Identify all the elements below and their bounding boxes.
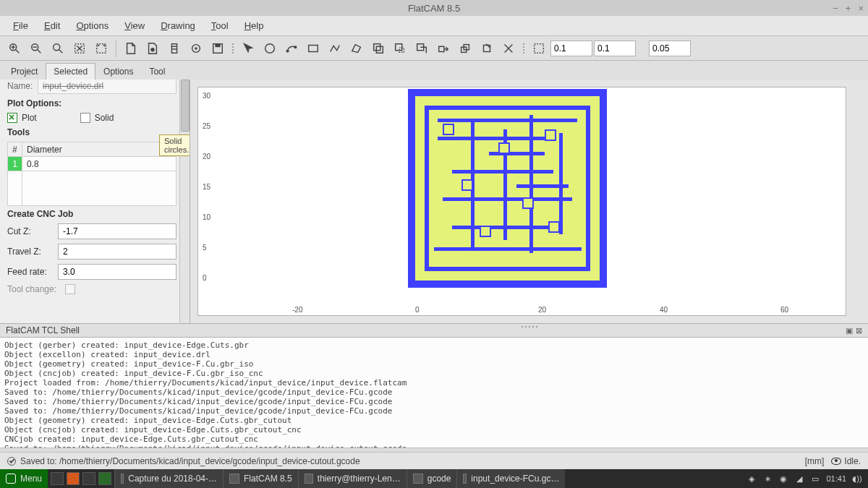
tab-project[interactable]: Project: [3, 63, 46, 80]
bluetooth-icon[interactable]: ∗: [762, 474, 773, 484]
plot-area[interactable]: 30 25 20 15 10 5 0 -20 0 20 40 60: [190, 80, 868, 323]
menu-help[interactable]: Help: [237, 17, 271, 34]
svg-rect-27: [376, 46, 383, 53]
tool-row-idx[interactable]: 1: [8, 157, 22, 171]
wifi-icon[interactable]: ◢: [794, 474, 804, 484]
grid-y-input[interactable]: [594, 40, 636, 56]
plot-resize-handle[interactable]: [522, 326, 537, 328]
shell-close-icon[interactable]: ⊠: [856, 326, 862, 335]
menu-file[interactable]: File: [6, 17, 35, 34]
tool-row-diam[interactable]: 0.8: [22, 157, 176, 171]
polyline-tool-icon[interactable]: [325, 38, 345, 59]
copy-tool-icon[interactable]: [412, 38, 432, 59]
task-terminal[interactable]: thierry@thierry-Len…: [298, 469, 407, 488]
open-excellon-icon[interactable]: [164, 38, 184, 59]
battery-icon[interactable]: ▭: [810, 474, 820, 484]
clock[interactable]: 01:41: [826, 474, 846, 483]
plot-checkbox[interactable]: [7, 113, 17, 123]
user-icon[interactable]: ◉: [778, 474, 788, 484]
system-tray: ◈ ∗ ◉ ◢ ▭ 01:41 ◖)): [741, 469, 868, 488]
status-saved-icon: [7, 457, 16, 466]
save-project-icon[interactable]: [208, 38, 228, 59]
open-gerber-icon[interactable]: [142, 38, 163, 59]
chevron-down-icon[interactable]: ▼: [163, 145, 171, 155]
toolchange-checkbox[interactable]: [65, 284, 75, 294]
arc-tool-icon[interactable]: [281, 38, 302, 59]
status-text: Saved to: /home/thierry/Documents/kicad/…: [20, 456, 360, 466]
polygon-tool-icon[interactable]: [346, 38, 367, 59]
taskbar: Menu Capture du 2018-04-… FlatCAM 8.5 th…: [0, 469, 868, 488]
col-diameter: Diameter ▼: [22, 142, 176, 157]
volume-icon[interactable]: ◖)): [852, 474, 862, 484]
tcl-shell[interactable]: Object (gerber) created: input_device-Ed…: [0, 338, 868, 448]
tools-table[interactable]: # Diameter ▼ 1 0.8: [7, 142, 176, 206]
grid-icon[interactable]: [529, 38, 549, 59]
x-tick: -20: [292, 306, 302, 314]
travelz-input[interactable]: [58, 244, 176, 260]
x-tick: 20: [538, 306, 546, 314]
shield-icon[interactable]: ◈: [746, 474, 757, 484]
tab-selected[interactable]: Selected: [46, 63, 95, 80]
y-tick: 30: [203, 92, 210, 100]
move-tool-icon[interactable]: [433, 38, 454, 59]
svg-rect-37: [535, 43, 544, 53]
firefox-icon[interactable]: [67, 472, 80, 485]
task-files[interactable]: gcode: [407, 469, 457, 488]
col-hash: #: [8, 142, 22, 157]
plot-canvas[interactable]: 30 25 20 15 10 5 0 -20 0 20 40 60: [197, 87, 846, 316]
x-tick: 0: [415, 306, 420, 314]
menu-view[interactable]: View: [117, 17, 152, 34]
statusbar: Saved to: /home/thierry/Documents/kicad/…: [0, 452, 868, 469]
menu-options[interactable]: Options: [69, 17, 116, 34]
svg-rect-20: [215, 43, 220, 46]
open-gcode-icon[interactable]: [186, 38, 206, 59]
circle-tool-icon[interactable]: [260, 38, 280, 59]
name-input[interactable]: [38, 80, 176, 94]
show-desktop-icon[interactable]: [51, 472, 64, 485]
menu-tool[interactable]: Tool: [204, 17, 236, 34]
zoom-fit-icon[interactable]: [48, 38, 68, 59]
menu-edit[interactable]: Edit: [37, 17, 67, 34]
minimize-button[interactable]: −: [833, 3, 838, 14]
subtract-tool-icon[interactable]: [390, 38, 410, 59]
shell-float-icon[interactable]: ▣: [846, 326, 853, 335]
new-file-icon[interactable]: [121, 38, 141, 59]
feedrate-input[interactable]: [58, 264, 176, 280]
snap-input[interactable]: [649, 40, 691, 56]
task-capture[interactable]: Capture du 2018-04-…: [114, 469, 223, 488]
solid-checkbox[interactable]: [80, 113, 90, 123]
union-tool-icon[interactable]: [368, 38, 388, 59]
grid-x-input[interactable]: [550, 40, 592, 56]
y-tick: 10: [203, 213, 210, 221]
task-flatcam[interactable]: FlatCAM 8.5: [223, 469, 298, 488]
svg-rect-31: [439, 46, 444, 51]
svg-point-13: [150, 48, 154, 51]
pcb-board: [408, 89, 607, 288]
menubar: File Edit Options View Drawing Tool Help: [0, 16, 868, 36]
clear-plot-icon[interactable]: [69, 38, 90, 59]
tab-options[interactable]: Options: [95, 63, 141, 80]
task-gcode[interactable]: input_device-FCu.gc…: [456, 469, 565, 488]
replot-icon[interactable]: [91, 38, 111, 59]
buffer-tool-icon[interactable]: [477, 38, 497, 59]
rotate-tool-icon[interactable]: [455, 38, 475, 59]
mint-logo-icon: [6, 474, 16, 484]
terminal-icon[interactable]: [82, 472, 95, 485]
status-units: [mm]: [805, 456, 825, 466]
files-icon[interactable]: [98, 472, 111, 485]
start-menu-label: Menu: [20, 474, 42, 484]
close-button[interactable]: ×: [858, 3, 864, 14]
pointer-icon[interactable]: [238, 38, 258, 59]
delete-tool-icon[interactable]: [498, 38, 519, 59]
terminal-icon: [305, 474, 313, 484]
cutz-input[interactable]: [58, 223, 176, 239]
zoom-in-icon[interactable]: [4, 38, 25, 59]
menu-drawing[interactable]: Drawing: [153, 17, 203, 34]
maximize-button[interactable]: +: [846, 3, 851, 14]
zoom-out-icon[interactable]: [26, 38, 46, 59]
side-scrollbar[interactable]: [179, 80, 190, 323]
start-menu[interactable]: Menu: [0, 469, 48, 488]
tab-tool[interactable]: Tool: [141, 63, 173, 80]
travelz-label: Travel Z:: [7, 247, 58, 257]
rectangle-tool-icon[interactable]: [303, 38, 323, 59]
